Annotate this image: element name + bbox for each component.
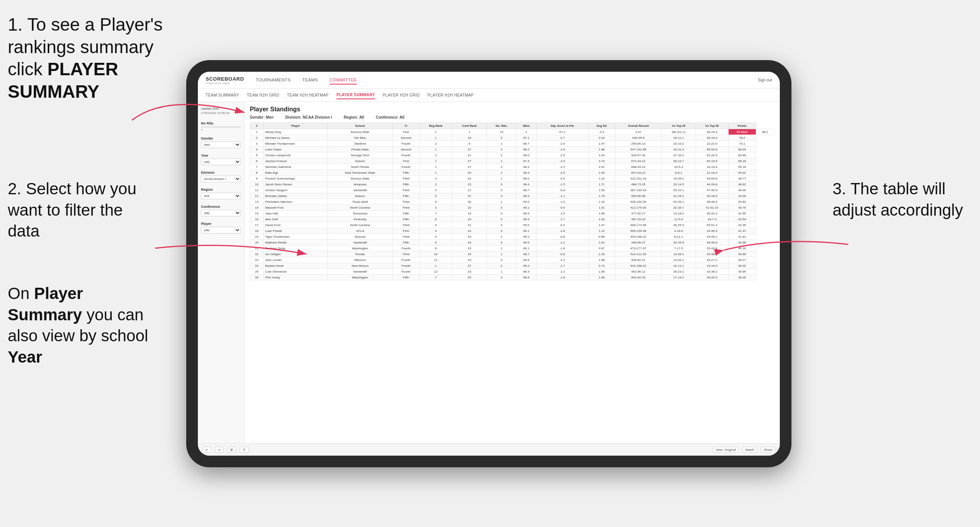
col-vs-top25: Vs Top 25	[661, 123, 696, 129]
col-points: Points	[729, 123, 756, 129]
sub-nav-player-summary[interactable]: PLAYER SUMMARY	[336, 91, 375, 99]
col-adj-score: Adj. Score to Par	[536, 123, 588, 129]
col-wins: Wins	[516, 123, 537, 129]
region-label: Region	[201, 188, 241, 192]
table-header-row: # Player School Yr Reg Rank Conf Rank No…	[250, 123, 774, 129]
instruction-step2-bottom: On Player Summary you can also view by s…	[8, 283, 155, 368]
table-row: 6Jackson KoivunAuburnFirst127167.3-2.02.…	[250, 158, 774, 164]
filter-gender: Gender: Men	[250, 115, 274, 119]
table-row: 13Phichaksn MaichonTexas A&MThird630169.…	[250, 199, 774, 205]
division-select[interactable]: NCAA Division I	[201, 176, 241, 182]
slider-range: 0	[201, 128, 241, 131]
table-row: 10Jacob Skov-OlesenArkansasFifth223068.4…	[250, 181, 774, 187]
nav-items: TOURNAMENTS TEAMS COMMITTEE	[256, 76, 758, 85]
table-row: 19Tiger ChristensenArizonaThird523269.2-…	[250, 234, 774, 240]
filters-row: Gender: Men Division: NCAA Division I Re…	[250, 115, 774, 119]
table-row: 2Michael La SassoOle MissSecond118067.1-…	[250, 135, 774, 141]
table-row: 1Wenyi DingArizona StateFirst1115167.1-3…	[250, 129, 774, 135]
table-row: 12Brendan ValdesAuburnFifth537068.4-1.11…	[250, 193, 774, 199]
region-section: Region N/A	[201, 188, 241, 199]
table-row: 18Luke PowellUCLAFirst424069.1-1.81.1350…	[250, 228, 774, 234]
col-school: School	[328, 123, 393, 129]
sub-nav-player-h2h-heatmap[interactable]: PLAYER H2H HEATMAP	[428, 92, 474, 99]
sidebar: Update time: 27/03/2024 16:56:26 No Rds.…	[198, 102, 244, 443]
arrow-to-player-summary	[128, 89, 252, 128]
col-yr: Yr	[393, 123, 420, 129]
col-player: Player	[263, 123, 328, 129]
nav-tournaments[interactable]: TOURNAMENTS	[256, 76, 291, 85]
main-content: Update time: 27/03/2024 16:56:26 No Rds.…	[198, 102, 780, 443]
table-row: 24Bastien AmatNew MexicoFourth127269.4-1…	[250, 263, 774, 269]
year-section: Year (All)	[201, 154, 241, 165]
division-label: Division	[201, 171, 241, 175]
year-bold: Year	[8, 348, 42, 366]
copy-button[interactable]: ⊞	[227, 447, 236, 453]
nav-right: Sign out	[758, 78, 772, 82]
table-row: 8Mats EgeEast Tennessee StateFifth124268…	[250, 170, 774, 176]
instruction-step2: 2. Select how you want to filter the dat…	[8, 178, 155, 242]
table-row: 15Jake HallTennesseeFifth718068.5-1.51.6…	[250, 211, 774, 216]
sub-nav: TEAM SUMMARY TEAM H2H GRID TEAM H2H HEAT…	[198, 89, 780, 102]
player-section: Player (All)	[201, 222, 241, 233]
undo-button[interactable]: ↩	[203, 447, 211, 453]
table-area: Player Standings Gender: Men Division: N…	[244, 102, 780, 443]
slider-min: 0	[201, 128, 203, 131]
table-row: 25Cole SherwoodVanderbiltFourth1223169.3…	[250, 269, 774, 275]
gender-label: Gender	[201, 137, 241, 140]
filter-division: Division: NCAA Division I	[285, 115, 332, 119]
redo-button[interactable]: ↪	[215, 447, 223, 453]
bottom-toolbar: ↩ ↪ ⊞ ⏱ View: Original Watch Share	[198, 443, 780, 456]
sub-nav-team-h2h-heatmap[interactable]: TEAM H2H HEATMAP	[287, 92, 329, 99]
col-reg-rank: Reg Rank	[419, 123, 452, 129]
sub-nav-player-h2h-grid[interactable]: PLAYER H2H GRID	[383, 92, 420, 99]
col-no-rds: No. Rds.	[487, 123, 516, 129]
player-standings-table: # Player School Yr Reg Rank Conf Rank No…	[250, 123, 774, 280]
col-avg-sg: Avg SG	[588, 123, 615, 129]
table-row: 4Luke ClatonFlorida StateSecond127268.2-…	[250, 147, 774, 152]
gender-section: Gender Men	[201, 137, 241, 148]
gender-select[interactable]: Men	[201, 142, 241, 148]
conference-label: Conference	[201, 205, 241, 209]
instruction-step3: 3. The table will adjust accordingly	[833, 178, 972, 221]
nav-teams[interactable]: TEAMS	[302, 76, 318, 85]
table-row: 16Alex GoffKentuckyFifth819068.3-1.71.92…	[250, 216, 774, 222]
year-select[interactable]: (All)	[201, 159, 241, 165]
col-conf-rank: Conf Rank	[452, 123, 487, 129]
tablet-device: SCOREBOARD Powered by clippd TOURNAMENTS…	[186, 60, 791, 467]
col-overall-record: Overall Record	[615, 123, 661, 129]
nav-committee[interactable]: COMMITTEE	[330, 76, 357, 85]
table-row: 3Michael ThorbjornsenStanfordFourth28168…	[250, 141, 774, 147]
player-label: Player	[201, 222, 241, 226]
conference-select[interactable]: (All)	[201, 210, 241, 216]
table-row: 5Christo LamprechtGeorgia TechFourth2212…	[250, 152, 774, 158]
table-row: 20Matthew RiedelVanderbiltFifth518069.5-…	[250, 240, 774, 245]
clock-button[interactable]: ⏱	[240, 447, 249, 453]
table-row: 17David FordNorth CarolinaThird421069.0-…	[250, 222, 774, 228]
region-select[interactable]: N/A	[201, 193, 241, 199]
filter-conference: Conference: All	[376, 115, 405, 119]
share-button[interactable]: Share	[761, 447, 775, 453]
table-row: 22Ian GilliganFloridaThird1024168.7-0.81…	[250, 251, 774, 257]
table-row: 21Taehoon SongWashingtonFourth623169.1-1…	[250, 245, 774, 251]
table-row: 26Petr HrubyWashingtonFifth725068.6-1.81…	[250, 275, 774, 280]
table-row: 23Jack LundinMissouriFourth1124068.6-2.3…	[250, 257, 774, 263]
table-row: 9Preston SummerhaysArizona StateThird324…	[250, 176, 774, 181]
tablet-screen: SCOREBOARD Powered by clippd TOURNAMENTS…	[198, 72, 780, 456]
table-row: 7Nicholas GabrelcikNorth FloridaFourth12…	[250, 164, 774, 170]
table-row: 11Gordon SargentVanderbiltThird421068.7-…	[250, 187, 774, 193]
logo-area: SCOREBOARD Powered by clippd	[206, 76, 244, 85]
arrow-to-table	[720, 229, 852, 260]
sign-out-link[interactable]: Sign out	[758, 78, 772, 82]
view-original-button[interactable]: View: Original	[713, 447, 738, 453]
watch-button[interactable]: Watch	[743, 447, 757, 453]
table-title: Player Standings	[250, 106, 774, 113]
arrow-to-sidebar	[151, 233, 314, 264]
logo-text: SCOREBOARD	[206, 76, 244, 82]
table-row: 14Maxwell FordNorth CarolinaThird323069.…	[250, 205, 774, 211]
conference-section: Conference (All)	[201, 205, 241, 216]
filter-region: Region: All	[344, 115, 364, 119]
logo-sub: Powered by clippd	[206, 82, 244, 85]
col-vs-top50: Vs Top 50	[696, 123, 729, 129]
year-label: Year	[201, 154, 241, 157]
nav-bar: SCOREBOARD Powered by clippd TOURNAMENTS…	[198, 72, 780, 89]
